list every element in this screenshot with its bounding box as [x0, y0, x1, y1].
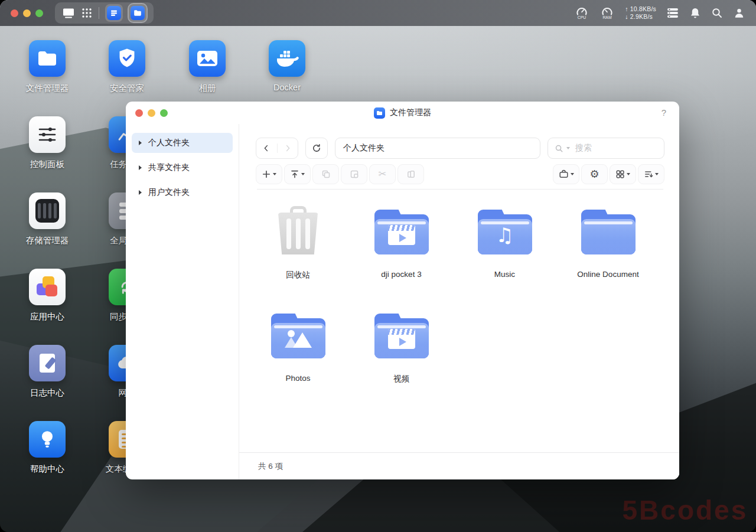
view-caret-icon [627, 173, 630, 175]
help-button[interactable]: ? [662, 107, 666, 118]
sidebar: 个人文件夹 共享文件夹 用户文件夹 [126, 124, 239, 479]
file-manager-window: 文件管理器 ? 个人文件夹 共享文件夹 用户文件夹 [126, 102, 679, 479]
taskbar-divider [99, 7, 99, 19]
desktop-item-log-center[interactable]: 日志中心 [8, 345, 87, 399]
file-item-video[interactable]: 视频 [350, 309, 453, 386]
desktop-item-label: 日志中心 [8, 387, 87, 399]
sort-caret-icon [655, 173, 659, 175]
desktop-item-label: 应用中心 [8, 311, 87, 322]
tools-caret-icon [571, 173, 574, 175]
bell-icon[interactable] [689, 7, 701, 19]
nas-bays-icon [29, 192, 66, 229]
file-item-photos[interactable]: Photos [246, 309, 350, 386]
svg-text:CPU: CPU [578, 15, 586, 19]
expand-arrow-icon[interactable] [139, 141, 142, 145]
file-name: dji pocket 3 [381, 270, 421, 279]
desktop-item-storage-manager[interactable]: 存储管理器 [8, 192, 87, 246]
cut-button[interactable]: ✂ [369, 164, 396, 184]
refresh-button[interactable] [305, 138, 328, 159]
desktop-item-label: 控制面板 [8, 159, 87, 170]
app-grid-icon[interactable] [81, 7, 93, 19]
file-manager-icon [29, 40, 66, 77]
file-actions-group: ✂ [256, 164, 424, 184]
desktop-icon[interactable] [62, 8, 75, 18]
sidebar-item-shared-folder[interactable]: 共享文件夹 [132, 158, 233, 178]
file-name: Music [494, 270, 515, 279]
add-button[interactable] [256, 164, 282, 184]
file-manager-app-icon[interactable] [129, 4, 146, 22]
app-center-icon [29, 269, 66, 305]
photo-folder-icon [271, 309, 325, 358]
ram-gauge-icon[interactable]: RAM [599, 5, 615, 21]
minimize-icon[interactable] [23, 9, 31, 17]
file-item-trash[interactable]: 回收站 [246, 205, 350, 282]
window-minimize-icon[interactable] [148, 109, 155, 117]
sidebar-item-label: 用户文件夹 [148, 187, 190, 198]
file-name: 视频 [393, 374, 409, 384]
download-speed: ↓ 2.9KB/s [625, 13, 653, 20]
desktop-item-label: 存储管理器 [8, 235, 87, 246]
file-item-music[interactable]: ♫ Music [453, 205, 556, 282]
view-tools-group: ⚙ [553, 164, 664, 184]
desktop: CPU RAM ↑ 10.8KB/s↓ 2.9KB/s [0, 0, 756, 532]
cpu-gauge-icon[interactable]: CPU [574, 5, 589, 21]
window-close-icon[interactable] [135, 109, 143, 117]
sort-button[interactable] [638, 164, 664, 184]
sidebar-item-user-folder[interactable]: 用户文件夹 [132, 182, 233, 203]
expand-arrow-icon[interactable] [139, 190, 142, 195]
back-button[interactable] [256, 144, 277, 152]
upload-caret-icon [301, 173, 305, 175]
shield-icon [109, 40, 145, 77]
window-title-text: 文件管理器 [390, 107, 431, 118]
close-icon[interactable] [11, 9, 18, 17]
search-scope-caret-icon[interactable] [566, 147, 570, 149]
watermark: 5Bcodes [622, 494, 748, 526]
main-panel: 个人文件夹 搜索 [239, 124, 679, 479]
sidebar-item-personal-folder[interactable]: 个人文件夹 [132, 133, 233, 153]
file-item-online-document[interactable]: Online Document [556, 205, 660, 282]
settings-button[interactable]: ⚙ [581, 164, 608, 184]
search-icon[interactable] [711, 7, 723, 19]
navigation-row: 个人文件夹 搜索 [256, 138, 664, 159]
view-mode-button[interactable] [610, 164, 636, 184]
path-input[interactable]: 个人文件夹 [335, 138, 540, 159]
expand-arrow-icon[interactable] [139, 165, 142, 170]
toolbar-divider [257, 189, 663, 190]
item-count: 共 6 项 [258, 461, 283, 472]
forward-button[interactable] [278, 144, 298, 152]
taskbar [55, 2, 154, 24]
desktop-item-label: Docker [247, 83, 327, 92]
desktop-item-label: 文件管理器 [8, 83, 87, 94]
desktop-item-file-manager[interactable]: 文件管理器 [8, 40, 87, 94]
paste-button[interactable] [341, 164, 367, 184]
window-body: 个人文件夹 共享文件夹 用户文件夹 [126, 124, 679, 479]
file-manager-app-icon [374, 107, 385, 119]
upload-button[interactable] [284, 164, 311, 184]
server-list-icon[interactable] [666, 7, 679, 19]
video-folder-icon [374, 309, 429, 358]
search-input[interactable]: 搜索 [548, 138, 664, 159]
scissors-icon: ✂ [379, 169, 386, 179]
desktop-item-security[interactable]: 安全管家 [87, 40, 167, 94]
trash-icon [276, 205, 321, 254]
tasks-app-icon[interactable] [105, 4, 123, 22]
file-item-dji-pocket-3[interactable]: dji pocket 3 [350, 205, 453, 282]
tools-button[interactable] [553, 164, 579, 184]
copy-button[interactable] [312, 164, 339, 184]
sliders-icon [29, 116, 66, 153]
maximize-icon[interactable] [35, 9, 43, 17]
file-name: Online Document [577, 270, 638, 279]
desktop-item-photos[interactable]: 相册 [168, 40, 247, 94]
duplicate-button[interactable] [397, 164, 424, 184]
desktop-item-control-panel[interactable]: 控制面板 [8, 116, 87, 170]
file-name: 回收站 [286, 270, 310, 280]
gear-icon: ⚙ [589, 169, 599, 179]
desktop-item-docker[interactable]: Docker [247, 40, 327, 92]
user-icon[interactable] [733, 7, 745, 19]
window-maximize-icon[interactable] [160, 109, 168, 117]
desktop-item-help-center[interactable]: 帮助中心 [8, 421, 87, 475]
system-traffic-lights [11, 9, 43, 17]
video-folder-icon [374, 205, 429, 254]
network-speed: ↑ 10.8KB/s↓ 2.9KB/s [625, 5, 656, 21]
desktop-item-app-center[interactable]: 应用中心 [8, 269, 87, 322]
